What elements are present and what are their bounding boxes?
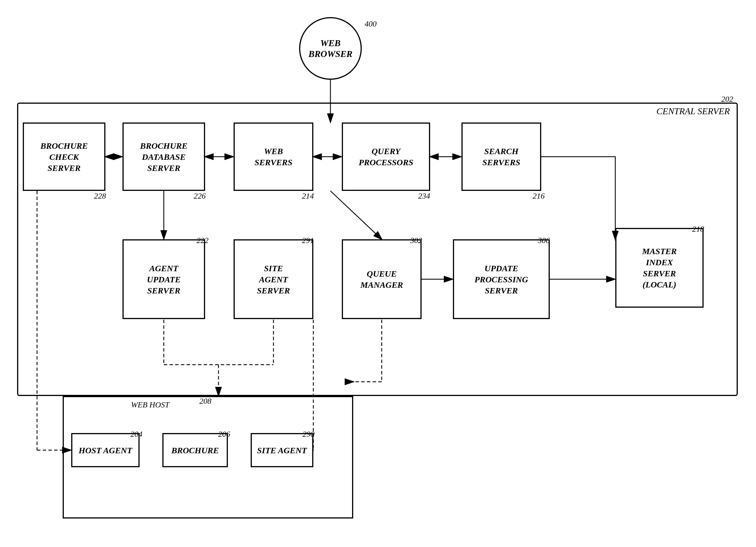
ref-222: 222 — [197, 236, 209, 245]
ref-234: 234 — [418, 191, 430, 201]
ref-218: 218 — [692, 224, 704, 234]
search-servers: SEARCHSERVERS — [461, 123, 541, 191]
query-processors-label: QUERYPROCESSORS — [359, 146, 413, 168]
agent-update-server: AGENTUPDATESERVER — [122, 239, 205, 319]
brochure-database-server: BROCHUREDATABASESERVER — [122, 123, 205, 191]
ref-290: 290 — [303, 430, 314, 439]
master-index-server: MASTERINDEXSERVER(LOCAL) — [615, 228, 704, 308]
queue-manager: QUEUEMANAGER — [342, 239, 422, 319]
central-server-label: CENTRAL SERVER — [657, 106, 730, 117]
query-processors: QUERYPROCESSORS — [342, 123, 430, 191]
queue-manager-label: QUEUEMANAGER — [360, 268, 403, 290]
brochure-check-server: BROCHURECHECKSERVER — [23, 123, 105, 191]
web-browser-label: WEB BROWSER — [308, 38, 353, 60]
brochure-label: BROCHURE — [171, 445, 219, 456]
master-index-label: MASTERINDEXSERVER(LOCAL) — [642, 246, 677, 290]
update-processing-label: UPDATEPROCESSINGSERVER — [475, 263, 528, 296]
brochure-check-label: BROCHURECHECKSERVER — [40, 140, 88, 174]
ref-400: 400 — [365, 19, 377, 28]
search-servers-label: SEARCHSERVERS — [483, 146, 520, 168]
ref-302: 302 — [410, 236, 422, 245]
ref-291: 291 — [302, 236, 314, 245]
brochure-database-label: BROCHUREDATABASESERVER — [140, 140, 188, 174]
host-agent-label: HOST AGENT — [79, 445, 132, 456]
ref-228: 228 — [94, 191, 106, 201]
ref-214: 214 — [302, 191, 314, 201]
ref-208: 208 — [199, 397, 211, 406]
web-host-label: WEB HOST — [131, 400, 169, 409]
web-browser: WEB BROWSER — [299, 17, 362, 80]
web-servers: WEBSERVERS — [234, 123, 313, 191]
ref-202: 202 — [721, 95, 733, 104]
site-agent-label: SITEAGENTSERVER — [257, 263, 290, 296]
agent-update-label: AGENTUPDATESERVER — [147, 263, 181, 296]
web-servers-label: WEBSERVERS — [255, 146, 293, 168]
ref-306: 306 — [538, 236, 550, 245]
site-agent-server: SITEAGENTSERVER — [234, 239, 313, 319]
diagram-container: WEB BROWSER 400 202 CENTRAL SERVER BROCH… — [0, 0, 756, 547]
ref-216: 216 — [533, 191, 545, 201]
update-processing-server: UPDATEPROCESSINGSERVER — [453, 239, 550, 319]
ref-204: 204 — [130, 430, 142, 439]
ref-206: 206 — [218, 430, 230, 439]
site-agent-webhost-label: SITE AGENT — [257, 445, 307, 456]
host-agent: HOST AGENT — [71, 433, 140, 467]
ref-226: 226 — [194, 191, 206, 201]
